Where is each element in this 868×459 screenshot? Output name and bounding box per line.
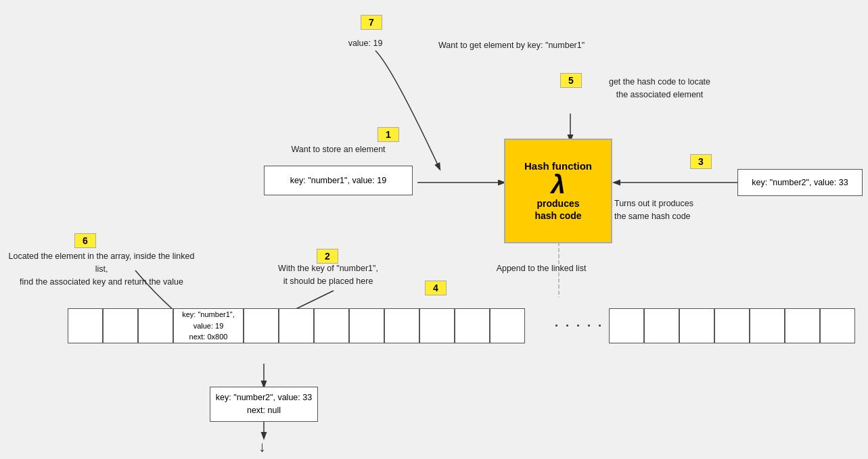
array-row: key: "number1", value: 19next: 0x800: [68, 308, 525, 343]
step-5-label: 5: [560, 73, 582, 88]
array-cell-r4: [714, 308, 750, 343]
step-4-label: 4: [425, 281, 447, 295]
want-store-text: Want to store an element: [271, 143, 406, 156]
array-cell-empty-5: [279, 308, 314, 343]
array-cell-r6: [785, 308, 820, 343]
array-cell-empty-11: [490, 308, 525, 343]
hash-function-box: Hash function λ produceshash code: [504, 139, 612, 243]
step-2-label: 2: [317, 249, 338, 264]
step-1-label: 1: [378, 127, 399, 142]
array-cell-empty-3: [138, 308, 173, 343]
step-6-label: 6: [74, 233, 96, 248]
array-cell-empty-10: [455, 308, 490, 343]
bottom-arrow: ↓: [258, 438, 266, 456]
hash-lambda: λ: [551, 172, 565, 197]
step-7-label: 7: [361, 15, 382, 30]
array-cell-r7: [820, 308, 855, 343]
array-cell-r1: [609, 308, 644, 343]
array-cell-empty-8: [384, 308, 419, 343]
key-val-1-box: key: "number1", value: 19: [264, 166, 413, 195]
array-cell-empty-1: [68, 308, 103, 343]
array-cell-r3: [679, 308, 714, 343]
array-cell-empty-7: [349, 308, 384, 343]
array-cell-filled-1: key: "number1", value: 19next: 0x800: [173, 308, 244, 343]
array-cell-empty-6: [314, 308, 349, 343]
with-key-text: With the key of "number1",it should be p…: [257, 262, 399, 288]
append-text: Append to the linked list: [474, 262, 609, 275]
key-val-2-box: key: "number2", value: 33: [737, 169, 863, 196]
value-19-text: value: 19: [338, 37, 392, 50]
hash-produces: produceshash code: [534, 197, 581, 222]
array-cell-empty-4: [244, 308, 279, 343]
get-hash-text: get the hash code to locatethe associate…: [595, 76, 724, 101]
diagram: 7 value: 19 Want to get element by key: …: [0, 0, 868, 459]
located-text: Located the element in the array, inside…: [7, 250, 196, 288]
array-cell-r5: [750, 308, 785, 343]
arrows-svg: [0, 0, 868, 459]
array-row-right: [609, 308, 855, 343]
linked-list-node-2: key: "number2", value: 33next: null: [210, 387, 318, 422]
step-3-label: 3: [690, 154, 712, 169]
array-cell-r2: [644, 308, 679, 343]
array-cell-empty-2: [103, 308, 138, 343]
turns-out-text: Turns out it producesthe same hash code: [614, 197, 739, 223]
dots-separator: · · · · ·: [555, 319, 603, 333]
want-get-text: Want to get element by key: "number1": [438, 39, 601, 52]
array-cell-empty-9: [419, 308, 455, 343]
